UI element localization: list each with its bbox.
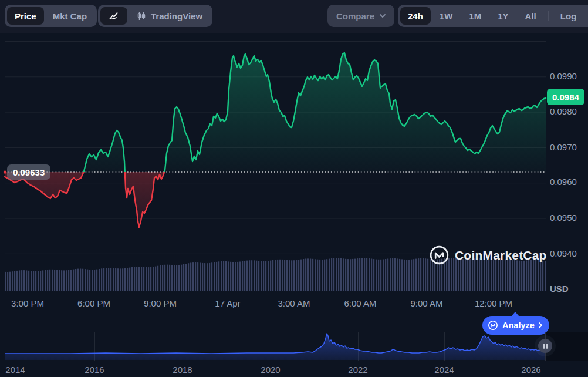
y-axis-label: 0.0970	[550, 142, 586, 152]
current-price-value: 0.0984	[552, 92, 579, 102]
timeline-minimap[interactable]	[0, 332, 588, 361]
coinmarketcap-logo-icon	[429, 245, 450, 265]
y-axis-label: 0.0980	[550, 106, 586, 116]
x-axis-label: 3:00 AM	[278, 298, 310, 308]
year-label: 2016	[85, 365, 104, 375]
open-price-value: 0.09633	[13, 167, 45, 177]
open-price-label: 0.09633	[7, 164, 50, 180]
chevron-right-icon	[539, 322, 542, 328]
coinmarketcap-price-chart-screen: Price Mkt Cap TradingV	[0, 0, 588, 377]
year-label: 2018	[173, 365, 192, 375]
y-axis-label: 0.0950	[550, 213, 586, 223]
coinmarketcap-watermark: CoinMarketCap	[429, 245, 547, 265]
price-line-chart[interactable]	[0, 0, 588, 329]
analyze-label: Analyze	[502, 321, 535, 330]
x-axis-label: 6:00 AM	[344, 298, 376, 308]
x-axis-label: 12:00 PM	[475, 298, 512, 308]
currency-label: USD	[550, 284, 586, 294]
current-price-badge: 0.0984	[547, 89, 584, 105]
x-axis-label: 3:00 PM	[11, 298, 44, 308]
x-axis-label: 6:00 PM	[77, 298, 110, 308]
y-axis-label: 0.0960	[550, 177, 586, 187]
y-axis-label: 0.0990	[550, 71, 586, 81]
minimap-drag-handle[interactable]	[538, 339, 552, 353]
watermark-label: CoinMarketCap	[455, 248, 547, 262]
x-axis-label: 9:00 PM	[144, 298, 177, 308]
coinmarketcap-logo-icon	[488, 320, 498, 331]
minimap-area	[5, 334, 545, 360]
y-axis-label: 0.0940	[550, 248, 586, 258]
year-label: 2020	[261, 365, 280, 375]
year-label: 2022	[348, 365, 367, 375]
x-axis-label: 9:00 AM	[410, 298, 442, 308]
x-axis-label: 17 Apr	[215, 298, 240, 308]
year-label: 2024	[434, 365, 454, 375]
open-price-marker	[4, 170, 6, 173]
price-area-above-open	[5, 53, 546, 227]
year-label: 2014	[5, 365, 25, 375]
year-label: 2026	[521, 365, 540, 375]
